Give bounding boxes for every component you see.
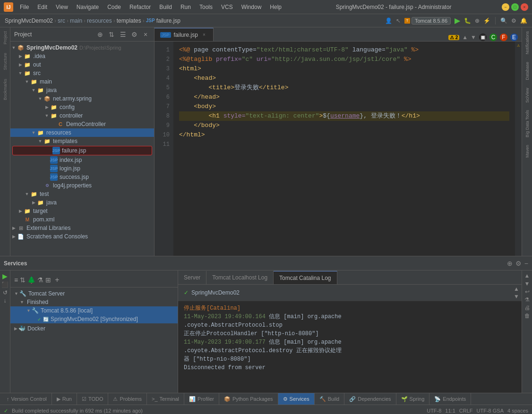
breadcrumb-templates[interactable]: templates [117, 17, 141, 24]
line-col-label[interactable]: 11:1 [445, 408, 455, 414]
services-deploy-icon[interactable]: ↓ [4, 297, 7, 304]
log-scroll-top-btn[interactable]: ▲ [524, 272, 530, 279]
tree-config[interactable]: ▶ 📁 config [10, 103, 154, 111]
breadcrumb-file[interactable]: failure.jsp [156, 17, 180, 24]
tree-package[interactable]: ▼ 📦 net.army.spring [10, 94, 154, 103]
tab-close-icon[interactable]: × [201, 32, 207, 38]
tree-main[interactable]: ▼ 📁 main [10, 77, 154, 86]
services-add-btn[interactable]: + [55, 276, 59, 284]
services-tomcat-local[interactable]: ▼ 🔧 Tomcat 8.5.86 [local] [10, 306, 178, 315]
tree-democontroller[interactable]: ▶ C DemoController [10, 120, 154, 128]
server-tab-catalina[interactable]: Tomcat Catalina Log [274, 271, 337, 284]
server-tab-server[interactable]: Server [178, 271, 206, 284]
minimize-button[interactable]: − [502, 3, 509, 11]
file-encoding-label[interactable]: UTF-8 GSA [477, 408, 504, 414]
sidebar-sync-icon[interactable]: ⇅ [107, 30, 116, 39]
tree-log4j[interactable]: ▶ ⚙ log4j.properties [10, 181, 154, 190]
edge-icon[interactable]: E [510, 34, 518, 41]
bottom-tab-todo[interactable]: ☑ TODO [77, 393, 109, 405]
sidebar-settings-icon[interactable]: ⚙ [129, 30, 139, 39]
menu-vcs[interactable]: VCS [217, 3, 237, 11]
settings-btn[interactable]: ⚙ [511, 17, 516, 24]
server-tab-localhost[interactable]: Tomcat Localhost Log [206, 271, 274, 284]
bottom-tab-dependencies[interactable]: 🔗 Dependencies [344, 393, 396, 405]
bookmarks-strip[interactable]: Bookmarks [3, 79, 8, 100]
log-wrap-btn[interactable]: ↩ [525, 288, 530, 295]
scroll-up-btn[interactable]: ▲ [514, 286, 519, 292]
menu-view[interactable]: View [52, 3, 72, 11]
maximize-button[interactable]: □ [511, 3, 519, 11]
sidebar-group-icon[interactable]: ☰ [118, 30, 128, 39]
firefox-icon[interactable]: F [500, 34, 507, 41]
editor-tab-failure[interactable]: JSP failure.jsp × [154, 28, 214, 41]
menu-edit[interactable]: Edit [34, 3, 51, 11]
tree-out[interactable]: ▶ 📁 out [10, 60, 154, 69]
menu-tools[interactable]: Tools [196, 3, 216, 11]
bottom-tab-versioncontrol[interactable]: ↑ Version Control [2, 393, 52, 405]
bottom-tab-profiler[interactable]: 📊 Profiler [184, 393, 219, 405]
bigdata-panel-btn[interactable]: Big Data Tools [525, 110, 530, 137]
menu-refactor[interactable]: Refactor [126, 3, 154, 11]
database-panel-btn[interactable]: Database [525, 62, 530, 80]
search-btn[interactable]: 🔍 [500, 17, 507, 24]
maven-panel-btn[interactable]: Maven [525, 145, 530, 158]
breadcrumb-src[interactable]: src [58, 17, 65, 24]
services-tree-btn[interactable]: 🌲 [27, 276, 35, 284]
tree-test-java[interactable]: ▶ 📁 java [10, 198, 154, 207]
bottom-tab-services[interactable]: ⚙ Services [278, 393, 315, 405]
services-finished[interactable]: ▼ Finished [10, 298, 178, 306]
menu-help[interactable]: Help [266, 3, 285, 11]
log-scroll-bottom-btn[interactable]: ▼ [524, 280, 530, 287]
bottom-tab-terminal[interactable]: >_ Terminal [147, 393, 184, 405]
services-group-btn[interactable]: ⊞ [45, 276, 51, 284]
services-play-icon[interactable]: ▶ [2, 272, 8, 280]
menu-navigate[interactable]: Navigate [73, 3, 103, 11]
spaces-label[interactable]: 4 spaces [507, 408, 528, 414]
services-settings-icon[interactable]: ⊕ [507, 260, 513, 267]
services-tomcat-server[interactable]: ▼ 🔧 Tomcat Server [10, 289, 178, 298]
breadcrumb-main[interactable]: main [70, 17, 82, 24]
notifications-panel-btn[interactable]: Notifications [525, 31, 530, 54]
project-strip-btn[interactable]: Project [3, 31, 8, 44]
services-stop-icon[interactable]: ⬛ [1, 281, 9, 288]
services-gear-icon[interactable]: ⚙ [515, 260, 522, 267]
tree-login-jsp[interactable]: ▶ JSP login.jsp [10, 164, 154, 173]
bottom-tab-pythonpackages[interactable]: 📦 Python Packages [219, 393, 278, 405]
tree-root[interactable]: ▼ 📦 SpringMvcDemo02 D:\Projects\Spring [10, 43, 154, 52]
tree-target[interactable]: ▶ 📁 target [10, 207, 154, 215]
run-btn-bc[interactable]: ▶ [455, 16, 460, 25]
services-expand-btn[interactable]: ⇅ [20, 276, 26, 284]
tree-pom[interactable]: ▶ M pom.xml [10, 215, 154, 224]
sidebar-add-icon[interactable]: ⊕ [95, 30, 105, 39]
tree-templates[interactable]: ▼ 📁 templates [10, 137, 154, 145]
scview-panel-btn[interactable]: SciView [525, 88, 530, 103]
log-print-btn[interactable]: 🖨 [524, 304, 530, 311]
breadcrumb-project[interactable]: SpringMvcDemo02 [5, 17, 53, 24]
services-springmvc-synced[interactable]: ▶ ✓ 🔄 SpringMvcDemo02 [Synchronized] [10, 315, 178, 323]
tree-index-jsp[interactable]: ▶ JSP index.jsp [10, 156, 154, 164]
tree-idea[interactable]: ▶ 📁 .idea [10, 52, 154, 60]
tree-controller[interactable]: ▼ 📁 controller [10, 111, 154, 120]
tree-java[interactable]: ▼ 📁 java [10, 86, 154, 94]
breadcrumb-resources[interactable]: resources [87, 17, 112, 24]
close-button[interactable]: × [521, 3, 528, 11]
expand-icon[interactable]: ▼ [471, 34, 476, 41]
bottom-tab-endpoints[interactable]: 📡 Endpoints [429, 393, 471, 405]
notifications-btn[interactable]: 🔔 [520, 17, 527, 24]
sidebar-close-icon[interactable]: × [141, 30, 150, 39]
line-ending-label[interactable]: CRLF [459, 408, 473, 414]
tree-test[interactable]: ▼ 📁 test [10, 190, 154, 198]
menu-run[interactable]: Run [177, 3, 195, 11]
tree-scratches[interactable]: ▶ 📄 Scratches and Consoles [10, 232, 154, 241]
services-list-btn[interactable]: ≡ [14, 276, 18, 284]
bottom-tab-spring[interactable]: 🌱 Spring [396, 393, 430, 405]
bottom-tab-build[interactable]: 🔨 Build [315, 393, 344, 405]
log-filter-btn[interactable]: ⚗ [524, 296, 530, 303]
tree-resources[interactable]: ▼ 📁 resources [10, 128, 154, 137]
profile-btn-bc[interactable]: ⚡ [483, 17, 490, 24]
structure-strip-btn[interactable]: Structure [3, 53, 8, 70]
tree-src[interactable]: ▼ 📁 src [10, 69, 154, 77]
code-lines[interactable]: <%@ page contentType="text/html;charset=… [173, 42, 515, 256]
menu-window[interactable]: Window [238, 3, 266, 11]
services-rerun-icon[interactable]: ↺ [3, 289, 8, 296]
